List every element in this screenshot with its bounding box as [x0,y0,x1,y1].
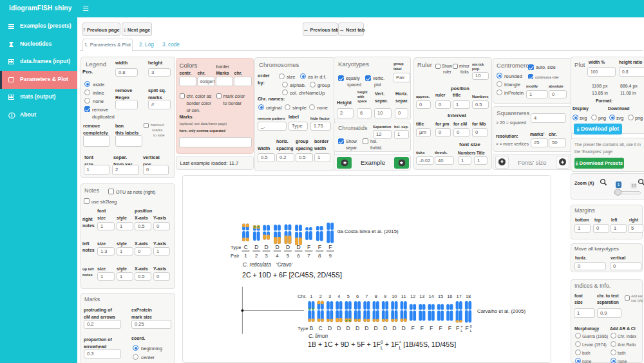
svg-text:5: 5 [287,253,290,259]
svg-text:B: B [310,325,314,331]
svg-text:da-Costa-Silva et al. (2015): da-Costa-Silva et al. (2015) [337,228,399,234]
svg-text:C. limon: C. limon [308,333,328,339]
svg-text:6: 6 [297,253,300,259]
svg-text:D: D [328,325,332,331]
svg-text:4: 4 [276,253,279,259]
svg-text:8: 8 [375,293,377,299]
svg-text:6: 6 [356,293,359,299]
svg-text:9: 9 [384,293,386,299]
svg-text:10: 10 [392,293,397,299]
svg-text:L: L [460,329,463,333]
svg-text:+: + [460,324,463,328]
svg-text:D: D [337,325,341,331]
svg-text:F: F [465,325,468,331]
svg-text:D: D [264,244,268,250]
svg-text:F: F [430,325,433,331]
svg-text:F: F [448,325,451,331]
svg-text:13: 13 [419,293,424,299]
svg-text:F: F [439,325,442,331]
svg-text:11: 11 [401,293,406,299]
svg-text:D: D [254,244,258,250]
svg-text:D: D [402,325,406,331]
svg-text:C: C [243,244,247,250]
svg-text:5: 5 [347,293,350,299]
svg-text:D: D [355,325,359,331]
svg-text:14: 14 [429,293,434,299]
svg-text:D: D [286,244,290,250]
svg-text:12: 12 [410,293,415,299]
svg-text:F: F [318,244,321,250]
svg-text:D: D [346,325,350,331]
svg-text:9: 9 [329,253,332,259]
svg-text:D: D [392,325,396,331]
svg-text:F: F [328,244,332,250]
svg-text:Type: Type [231,245,241,250]
svg-text:Chr.: Chr. [298,293,307,299]
svg-text:18: 18 [466,293,471,299]
svg-text:D: D [374,325,378,331]
svg-text:L: L [470,329,473,333]
svg-text:0: 0 [470,324,473,328]
svg-text:F: F [421,325,424,331]
svg-text:D: D [275,244,279,250]
svg-text:1: 1 [310,293,312,299]
svg-text:8: 8 [318,253,321,259]
svg-text:Type: Type [298,326,308,331]
svg-text:7: 7 [307,253,310,259]
svg-text:Pair: Pair [231,253,240,259]
svg-text:17: 17 [457,293,462,299]
svg-text:7: 7 [365,293,368,299]
svg-text:D: D [383,325,387,331]
svg-text:1B + 1C + 9D + 5F + 1F0L + 1F+: 1B + 1C + 9D + 5F + 1F0L + 1F+L [1B/45S,… [308,340,456,350]
svg-text:3: 3 [328,293,331,299]
svg-text:16: 16 [447,293,452,299]
svg-text:3: 3 [265,253,268,259]
svg-text:Carvalho et al. (2005): Carvalho et al. (2005) [477,308,526,314]
svg-text:4: 4 [337,293,340,299]
svg-text:F: F [307,244,310,250]
svg-text:2C + 10D + 6F [2C/45S, 2D/45S]: 2C + 10D + 6F [2C/45S, 2D/45S] [242,271,342,279]
svg-text:D: D [296,244,300,250]
svg-text:2: 2 [319,293,322,299]
svg-text:D: D [365,325,368,331]
svg-text:F: F [411,325,414,331]
svg-text:2: 2 [255,253,258,259]
svg-text:F: F [456,325,459,331]
svg-text:C: C [319,325,323,331]
svg-text:‘Cravo’: ‘Cravo’ [276,262,293,268]
svg-text:15: 15 [438,293,443,299]
svg-text:C. reticulata: C. reticulata [243,262,271,268]
svg-text:1: 1 [244,253,247,259]
